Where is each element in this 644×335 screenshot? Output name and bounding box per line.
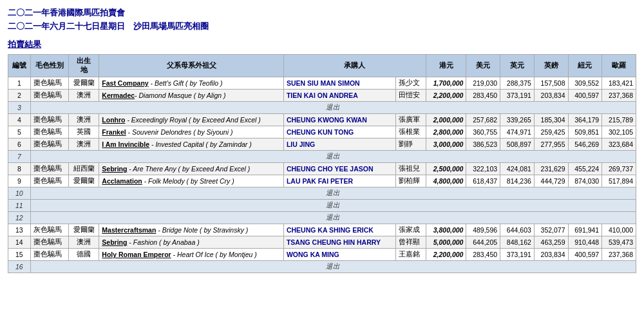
cell-lineage: Fast Company - Bett's Gift ( by Teofilo … xyxy=(99,77,284,89)
cell-coat: 棗色騸馬 xyxy=(30,162,68,175)
cell-coat: 灰色騸馬 xyxy=(30,224,68,236)
cell-lineage: I Am Invincible - Invested Capital ( by … xyxy=(99,138,284,150)
cell-lineage: Sebring - Are There Any ( by Exceed And … xyxy=(99,162,284,175)
cell-usd: 219,030 xyxy=(466,77,500,89)
cell-usd: 644,205 xyxy=(466,236,500,248)
section-title: 拍賣結果 xyxy=(8,39,636,50)
cell-eur: 215,789 xyxy=(602,113,636,126)
cell-usd: 360,755 xyxy=(466,126,500,138)
col-buyer: 承購人 xyxy=(283,54,426,77)
cell-gbp: 444,729 xyxy=(534,175,568,187)
col-usd: 美元 xyxy=(466,54,500,77)
cell-eur: 183,421 xyxy=(602,77,636,89)
cell-hkd: 2,800,000 xyxy=(426,126,466,138)
table-row: 2 棗色騸馬 澳洲 Kermadec- Diamond Masque ( by … xyxy=(8,89,636,101)
cell-hkd: 5,000,000 xyxy=(426,236,466,248)
cell-origin: 澳洲 xyxy=(69,236,99,248)
cell-gbp: 277,955 xyxy=(534,138,568,150)
cell-coat: 棗色騸馬 xyxy=(30,89,68,101)
table-row: 13 灰色騸馬 愛爾蘭 Mastercraftsman - Bridge Not… xyxy=(8,224,636,236)
cell-origin: 澳洲 xyxy=(69,89,99,101)
cell-usd: 283,450 xyxy=(466,248,500,260)
cell-hkd: 2,500,000 xyxy=(426,162,466,175)
cell-nzd: 400,597 xyxy=(568,248,602,260)
cell-gbp-en: 474,971 xyxy=(500,126,535,138)
table-row: 4 棗色騸馬 澳洲 Lonhro - Exceedingly Royal ( b… xyxy=(8,113,636,126)
cell-hkd: 3,000,000 xyxy=(426,138,466,150)
cell-gbp: 185,304 xyxy=(534,113,568,126)
table-row-withdrawn: 10退出 xyxy=(8,187,636,199)
cell-nzd: 874,030 xyxy=(568,175,602,187)
cell-coat: 棗色騸馬 xyxy=(30,236,68,248)
cell-lineage: Mastercraftsman - Bridge Note ( by Strav… xyxy=(99,224,284,236)
table-row: 6 棗色騸馬 澳洲 I Am Invincible - Invested Cap… xyxy=(8,138,636,150)
cell-gbp-en: 848,162 xyxy=(500,236,535,248)
cell-eur: 237,368 xyxy=(602,248,636,260)
table-row-withdrawn: 11退出 xyxy=(8,199,636,211)
cell-hkd: 1,700,000 xyxy=(426,77,466,89)
cell-origin: 愛爾蘭 xyxy=(69,224,99,236)
cell-id: 15 xyxy=(8,248,31,260)
cell-nzd: 509,851 xyxy=(568,126,602,138)
col-origin: 出生地 xyxy=(69,54,99,77)
cell-origin: 紐西蘭 xyxy=(69,162,99,175)
cell-nzd: 309,552 xyxy=(568,77,602,89)
cell-gbp: 203,834 xyxy=(534,89,568,101)
cell-lineage: Sebring - Fashion ( by Anabaa ) xyxy=(99,236,284,248)
cell-buyer-cn: 張家成 xyxy=(395,224,426,236)
cell-buyer-cn: 王嘉銘 xyxy=(395,248,426,260)
cell-coat: 棗色騸馬 xyxy=(30,248,68,260)
cell-gbp-en: 339,265 xyxy=(500,113,535,126)
cell-origin: 德國 xyxy=(69,248,99,260)
cell-lineage: Lonhro - Exceedingly Royal ( by Exceed A… xyxy=(99,113,284,126)
col-gbp-en: 英元 xyxy=(500,54,535,77)
cell-usd: 283,450 xyxy=(466,89,500,101)
cell-eur: 237,368 xyxy=(602,89,636,101)
cell-buyer-en: LIU JING xyxy=(283,138,395,150)
table-row-withdrawn: 7退出 xyxy=(8,150,636,162)
cell-buyer-en: CHEUNG KWONG KWAN xyxy=(283,113,395,126)
col-hkd: 港元 xyxy=(426,54,466,77)
cell-gbp: 203,834 xyxy=(534,248,568,260)
cell-buyer-cn: 孫少文 xyxy=(395,77,426,89)
cell-hkd: 2,000,000 xyxy=(426,113,466,126)
cell-buyer-en: TIEN KAI ON ANDREA xyxy=(283,89,395,101)
cell-nzd: 691,941 xyxy=(568,224,602,236)
cell-id: 4 xyxy=(8,113,31,126)
cell-origin: 英國 xyxy=(69,126,99,138)
cell-buyer-cn: 劉柏輝 xyxy=(395,175,426,187)
cell-eur: 302,105 xyxy=(602,126,636,138)
col-id: 編號 xyxy=(8,54,31,77)
cell-buyer-cn: 曾祥顯 xyxy=(395,236,426,248)
cell-eur: 323,684 xyxy=(602,138,636,150)
cell-gbp-en: 373,191 xyxy=(500,89,535,101)
table-row: 1 棗色騸馬 愛爾蘭 Fast Company - Bett's Gift ( … xyxy=(8,77,636,89)
cell-coat: 棗色騸馬 xyxy=(30,138,68,150)
cell-gbp: 463,259 xyxy=(534,236,568,248)
cell-gbp: 352,077 xyxy=(534,224,568,236)
col-gbp: 英鎊 xyxy=(534,54,568,77)
cell-lineage: Kermadec- Diamond Masque ( by Align ) xyxy=(99,89,284,101)
cell-gbp-en: 288,375 xyxy=(500,77,535,89)
cell-origin: 愛爾蘭 xyxy=(69,175,99,187)
cell-hkd: 2,200,000 xyxy=(426,248,466,260)
results-table: 編號 毛色性別 出生地 父系母系外祖父 承購人 港元 美元 英元 英鎊 紐元 歐… xyxy=(8,54,636,273)
cell-origin: 愛爾蘭 xyxy=(69,77,99,89)
cell-usd: 257,682 xyxy=(466,113,500,126)
cell-lineage: Holy Roman Emperor - Heart Of Ice ( by M… xyxy=(99,248,284,260)
cell-id: 5 xyxy=(8,126,31,138)
cell-lineage: Frankel - Souvenir Delondres ( by Siyoun… xyxy=(99,126,284,138)
cell-origin: 澳洲 xyxy=(69,113,99,126)
cell-buyer-cn: 張根業 xyxy=(395,126,426,138)
table-row: 15 棗色騸馬 德國 Holy Roman Emperor - Heart Of… xyxy=(8,248,636,260)
cell-hkd: 2,200,000 xyxy=(426,89,466,101)
cell-hkd: 4,800,000 xyxy=(426,175,466,187)
cell-coat: 棗色騸馬 xyxy=(30,77,68,89)
table-row: 8 棗色騸馬 紐西蘭 Sebring - Are There Any ( by … xyxy=(8,162,636,175)
cell-coat: 棗色騸馬 xyxy=(30,175,68,187)
cell-buyer-en: TSANG CHEUNG HIN HARRY xyxy=(283,236,395,248)
cell-id: 6 xyxy=(8,138,31,150)
cell-usd: 322,103 xyxy=(466,162,500,175)
table-row-withdrawn: 3退出 xyxy=(8,101,636,113)
cell-buyer-en: CHEUNG KA SHING ERICK xyxy=(283,224,395,236)
